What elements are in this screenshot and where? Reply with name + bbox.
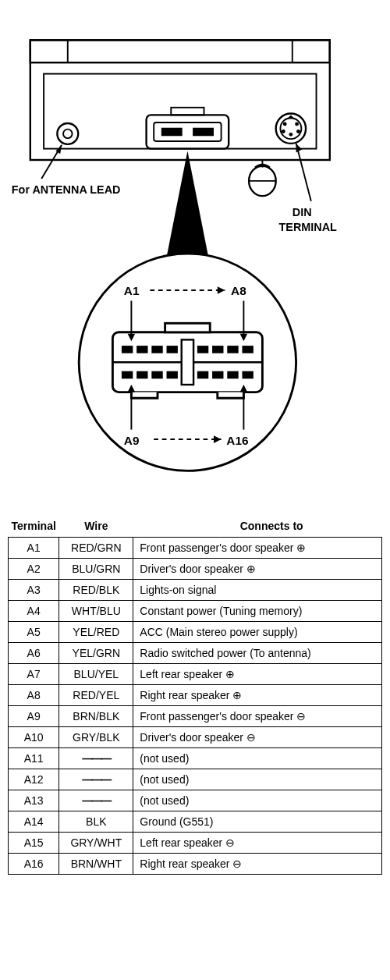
cell-wire: BLU/GRN bbox=[59, 559, 133, 580]
svg-rect-7 bbox=[147, 115, 229, 148]
table-row: A1RED/GRNFront passenger's door speaker … bbox=[9, 538, 382, 559]
cell-wire: RED/BLK bbox=[59, 580, 133, 601]
svg-rect-39 bbox=[242, 346, 253, 353]
table-row: A11———(not used) bbox=[9, 748, 382, 769]
svg-rect-9 bbox=[161, 128, 183, 137]
cell-terminal: A16 bbox=[9, 854, 59, 875]
cell-terminal: A15 bbox=[9, 833, 59, 854]
cell-terminal: A10 bbox=[9, 727, 59, 748]
svg-point-5 bbox=[57, 123, 78, 144]
table-row: A8RED/YELRight rear speaker ⊕ bbox=[9, 685, 382, 706]
cell-wire: BRN/BLK bbox=[59, 706, 133, 727]
svg-rect-37 bbox=[212, 346, 223, 353]
cell-terminal: A6 bbox=[9, 643, 59, 664]
pin-a1-label: A1 bbox=[124, 284, 140, 297]
svg-rect-31 bbox=[182, 339, 193, 385]
svg-rect-11 bbox=[171, 108, 204, 115]
svg-rect-4 bbox=[44, 74, 316, 149]
cell-connects: Right rear speaker ⊖ bbox=[133, 854, 382, 875]
table-row: A13———(not used) bbox=[9, 790, 382, 811]
wiring-diagram: For ANTENNA LEAD DIN TERMINAL bbox=[8, 8, 382, 499]
svg-point-14 bbox=[283, 123, 287, 126]
svg-rect-41 bbox=[136, 371, 147, 379]
cell-wire: BLU/YEL bbox=[59, 664, 133, 685]
svg-line-24 bbox=[296, 144, 311, 201]
cell-wire: YEL/GRN bbox=[59, 643, 133, 664]
antenna-label: For ANTENNA LEAD bbox=[12, 183, 121, 196]
cell-wire: ——— bbox=[59, 769, 133, 790]
cell-wire: BRN/WHT bbox=[59, 854, 133, 875]
svg-rect-29 bbox=[165, 323, 211, 332]
svg-rect-1 bbox=[30, 40, 330, 62]
svg-rect-34 bbox=[151, 346, 162, 353]
din-label-1: DIN bbox=[292, 206, 312, 218]
table-header-row: Terminal Wire Connects to bbox=[9, 515, 382, 538]
cell-wire: YEL/RED bbox=[59, 622, 133, 643]
table-row: A9BRN/BLKFront passenger's door speaker … bbox=[9, 706, 382, 727]
table-row: A15GRY/WHTLeft rear speaker ⊖ bbox=[9, 833, 382, 854]
cell-connects: Lights-on signal bbox=[133, 580, 382, 601]
header-connects: Connects to bbox=[133, 515, 382, 538]
svg-rect-10 bbox=[193, 128, 214, 137]
magnified-connector bbox=[79, 254, 296, 470]
pin-a16-label: A16 bbox=[226, 434, 248, 447]
cell-terminal: A4 bbox=[9, 601, 59, 622]
table-row: A14BLKGround (G551) bbox=[9, 811, 382, 833]
svg-point-17 bbox=[296, 130, 300, 133]
svg-rect-40 bbox=[122, 371, 133, 379]
cell-terminal: A12 bbox=[9, 769, 59, 790]
cell-connects: Driver's door speaker ⊖ bbox=[133, 727, 382, 748]
svg-rect-33 bbox=[136, 346, 147, 353]
cell-wire: GRY/WHT bbox=[59, 833, 133, 854]
table-row: A3RED/BLKLights-on signal bbox=[9, 580, 382, 601]
cell-terminal: A14 bbox=[9, 811, 59, 833]
table-row: A10GRY/BLKDriver's door speaker ⊖ bbox=[9, 727, 382, 748]
table-row: A4WHT/BLUConstant power (Tuning memory) bbox=[9, 601, 382, 622]
cell-wire: ——— bbox=[59, 790, 133, 811]
cell-connects: Right rear speaker ⊕ bbox=[133, 685, 382, 706]
svg-rect-42 bbox=[151, 371, 162, 379]
cell-connects: Front passenger's door speaker ⊖ bbox=[133, 706, 382, 727]
svg-rect-38 bbox=[227, 346, 238, 353]
cell-wire: RED/YEL bbox=[59, 685, 133, 706]
table-row: A7BLU/YELLeft rear speaker ⊕ bbox=[9, 664, 382, 685]
cell-wire: ——— bbox=[59, 748, 133, 769]
cell-terminal: A9 bbox=[9, 706, 59, 727]
cell-terminal: A8 bbox=[9, 685, 59, 706]
pin-a9-label: A9 bbox=[124, 434, 140, 447]
svg-point-18 bbox=[289, 133, 292, 137]
table-row: A2BLU/GRNDriver's door speaker ⊕ bbox=[9, 559, 382, 580]
table-row: A6YEL/GRNRadio switched power (To antenn… bbox=[9, 643, 382, 664]
svg-rect-32 bbox=[122, 346, 133, 353]
cell-connects: Front passenger's door speaker ⊕ bbox=[133, 538, 382, 559]
cell-terminal: A3 bbox=[9, 580, 59, 601]
cell-terminal: A11 bbox=[9, 748, 59, 769]
cell-connects: Left rear speaker ⊕ bbox=[133, 664, 382, 685]
cell-connects: (not used) bbox=[133, 790, 382, 811]
header-wire: Wire bbox=[59, 515, 133, 538]
din-label-2: TERMINAL bbox=[279, 221, 338, 233]
pin-a8-label: A8 bbox=[231, 284, 246, 297]
svg-point-16 bbox=[282, 130, 285, 133]
svg-rect-43 bbox=[167, 371, 178, 379]
cell-terminal: A5 bbox=[9, 622, 59, 643]
leader-triangle bbox=[165, 151, 211, 265]
antenna-callout bbox=[41, 145, 62, 179]
svg-point-15 bbox=[295, 123, 299, 126]
cell-connects: Constant power (Tuning memory) bbox=[133, 601, 382, 622]
cell-connects: Left rear speaker ⊖ bbox=[133, 833, 382, 854]
table-row: A12———(not used) bbox=[9, 769, 382, 790]
radio-unit-icon bbox=[30, 40, 330, 196]
svg-rect-36 bbox=[197, 346, 208, 353]
svg-rect-35 bbox=[167, 346, 178, 353]
wiring-table: Terminal Wire Connects to A1RED/GRNFront… bbox=[8, 515, 382, 875]
table-row: A16BRN/WHTRight rear speaker ⊖ bbox=[9, 854, 382, 875]
svg-rect-44 bbox=[197, 371, 208, 379]
cell-terminal: A1 bbox=[9, 538, 59, 559]
din-callout bbox=[296, 144, 311, 201]
cell-connects: Ground (G551) bbox=[133, 811, 382, 833]
cell-wire: BLK bbox=[59, 811, 133, 833]
cell-wire: RED/GRN bbox=[59, 538, 133, 559]
cell-terminal: A13 bbox=[9, 790, 59, 811]
table-row: A5YEL/REDACC (Main stereo power supply) bbox=[9, 622, 382, 643]
